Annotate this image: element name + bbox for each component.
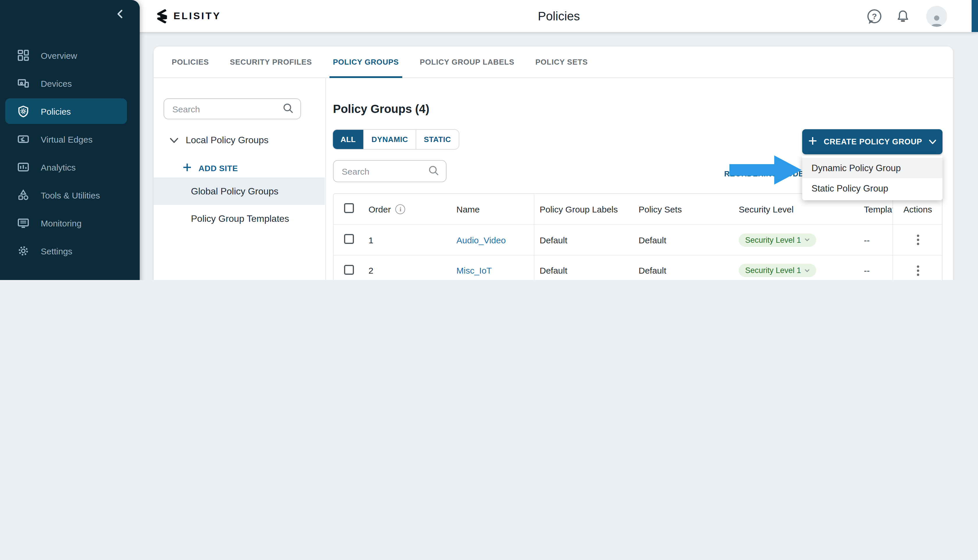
policy-groups-table: Order i Name Policy Group Labels Policy …	[333, 193, 943, 280]
sidebar-item-analytics[interactable]: Analytics	[0, 153, 140, 181]
monitoring-icon	[17, 217, 29, 229]
list-item-global-policy-groups[interactable]: Global Policy Groups	[154, 178, 325, 205]
pointer-arrow-annotation	[730, 155, 802, 185]
security-level-badge[interactable]: Security Level 1	[739, 233, 816, 247]
sidebar-item-overview[interactable]: Overview	[0, 41, 140, 69]
create-policy-group-label: CREATE POLICY GROUP	[824, 137, 922, 146]
sidebar-item-monitoring[interactable]: Monitoring	[0, 209, 140, 237]
row-actions-menu-icon[interactable]	[916, 235, 919, 245]
column-header-policy-group-labels[interactable]: Policy Group Labels	[534, 204, 633, 214]
filter-group: ALL DYNAMIC STATIC	[332, 129, 459, 150]
filter-static[interactable]: STATIC	[416, 130, 459, 149]
help-icon[interactable]: ?	[867, 9, 881, 23]
menu-item-static-policy-group[interactable]: Static Policy Group	[802, 178, 943, 198]
row-checkbox[interactable]	[344, 234, 354, 244]
sidebar-item-tools-utilities[interactable]: Tools & Utilities	[0, 181, 140, 209]
shield-gear-icon	[17, 105, 29, 117]
tab-policy-groups[interactable]: POLICY GROUPS	[333, 46, 399, 78]
add-site-button[interactable]: ADD SITE	[183, 163, 238, 173]
sidebar-item-label: Devices	[41, 78, 72, 88]
sidebar-nav: Overview Devices Policies Virtual Edges	[0, 41, 140, 265]
policy-sets-value: Default	[633, 265, 727, 275]
order-value: 2	[368, 265, 373, 275]
filter-all[interactable]: ALL	[333, 130, 364, 149]
virtual-edge-icon	[17, 133, 29, 145]
page-title: Policies	[140, 0, 978, 32]
filter-dynamic[interactable]: DYNAMIC	[364, 130, 416, 149]
create-policy-group-menu: Dynamic Policy Group Static Policy Group	[802, 155, 943, 200]
settings-icon	[17, 245, 29, 257]
add-site-label: ADD SITE	[198, 163, 238, 173]
top-header: ELISITY Policies ?	[0, 0, 978, 32]
column-header-template[interactable]: Template	[840, 204, 892, 214]
sidebar-item-label: Policies	[41, 106, 71, 116]
sidebar: Overview Devices Policies Virtual Edges	[0, 0, 140, 280]
sidebar-item-virtual-edges[interactable]: Virtual Edges	[0, 125, 140, 153]
screen: ELISITY Policies ?	[0, 0, 978, 280]
main-card: POLICIES SECURITY PROFILES POLICY GROUPS…	[154, 47, 953, 280]
list-item-label: Policy Group Templates	[191, 213, 289, 224]
list-item-label: Global Policy Groups	[191, 186, 278, 197]
sidebar-item-devices[interactable]: Devices	[0, 69, 140, 97]
analytics-icon	[17, 161, 29, 173]
tab-bar: POLICIES SECURITY PROFILES POLICY GROUPS…	[154, 47, 953, 78]
template-value: --	[840, 235, 892, 245]
search-icon	[282, 102, 293, 115]
table-search	[333, 160, 447, 182]
sidebar-item-label: Monitoring	[41, 218, 82, 228]
table-row: 1 Audio_Video Default Default Security L…	[333, 224, 942, 255]
sidebar-item-policies[interactable]: Policies	[0, 97, 140, 125]
header-actions: ?	[867, 0, 947, 32]
tab-policy-group-labels[interactable]: POLICY GROUP LABELS	[420, 46, 514, 78]
right-panel: Policy Groups (4) ALL DYNAMIC STATIC CRE…	[326, 78, 953, 280]
policy-group-labels-value: Default	[534, 265, 633, 275]
column-header-policy-sets[interactable]: Policy Sets	[633, 204, 727, 214]
policy-group-labels-value: Default	[534, 235, 633, 245]
sidebar-item-settings[interactable]: Settings	[0, 237, 140, 265]
select-all-checkbox[interactable]	[344, 203, 354, 213]
column-header-order[interactable]: Order	[368, 204, 391, 214]
collapse-sidebar-icon[interactable]	[115, 9, 125, 18]
policy-group-link[interactable]: Audio_Video	[457, 235, 506, 245]
plus-icon	[183, 163, 192, 173]
menu-item-dynamic-policy-group[interactable]: Dynamic Policy Group	[802, 158, 943, 178]
plus-icon	[809, 137, 817, 147]
column-header-security-level[interactable]: Security Level	[727, 204, 840, 214]
row-checkbox[interactable]	[344, 265, 354, 275]
list-item-policy-group-templates[interactable]: Policy Group Templates	[154, 207, 325, 230]
policy-group-link[interactable]: Misc_IoT	[457, 265, 492, 275]
left-panel: Local Policy Groups ADD SITE Global Poli…	[154, 78, 326, 280]
tab-security-profiles[interactable]: SECURITY PROFILES	[230, 46, 312, 78]
scrollbar-strip	[971, 0, 978, 32]
search-icon	[428, 165, 439, 178]
column-header-name[interactable]: Name	[429, 204, 534, 214]
tab-policy-sets[interactable]: POLICY SETS	[535, 46, 588, 78]
sidebar-item-label: Virtual Edges	[41, 134, 93, 144]
sidebar-item-label: Analytics	[41, 162, 76, 172]
row-actions-menu-icon[interactable]	[916, 265, 919, 276]
chevron-down-icon	[805, 268, 810, 272]
column-header-actions: Actions	[892, 204, 943, 214]
dashboard-icon	[17, 50, 29, 61]
sidebar-item-label: Tools & Utilities	[41, 190, 100, 200]
table-row: 2 Misc_IoT Default Default Security Leve…	[333, 255, 942, 280]
bell-icon[interactable]	[896, 9, 910, 23]
chevron-down-icon[interactable]	[170, 135, 178, 145]
order-value: 1	[368, 235, 373, 245]
tree-node-local-policy-groups[interactable]: Local Policy Groups	[170, 135, 269, 145]
create-policy-group-button[interactable]: CREATE POLICY GROUP	[802, 129, 943, 154]
template-value: --	[840, 265, 892, 275]
tab-policies[interactable]: POLICIES	[172, 46, 209, 78]
left-search-input[interactable]	[171, 103, 282, 114]
tree-node-label: Local Policy Groups	[186, 135, 269, 145]
info-icon[interactable]: i	[396, 204, 405, 214]
table-search-input[interactable]	[341, 166, 428, 177]
left-search	[163, 98, 301, 119]
sidebar-item-label: Overview	[41, 50, 77, 60]
policy-sets-value: Default	[633, 235, 727, 245]
avatar[interactable]	[926, 5, 947, 27]
chevron-down-icon	[805, 238, 810, 242]
sidebar-item-label: Settings	[41, 246, 72, 256]
chevron-down-icon	[929, 137, 936, 146]
security-level-badge[interactable]: Security Level 1	[739, 264, 816, 277]
